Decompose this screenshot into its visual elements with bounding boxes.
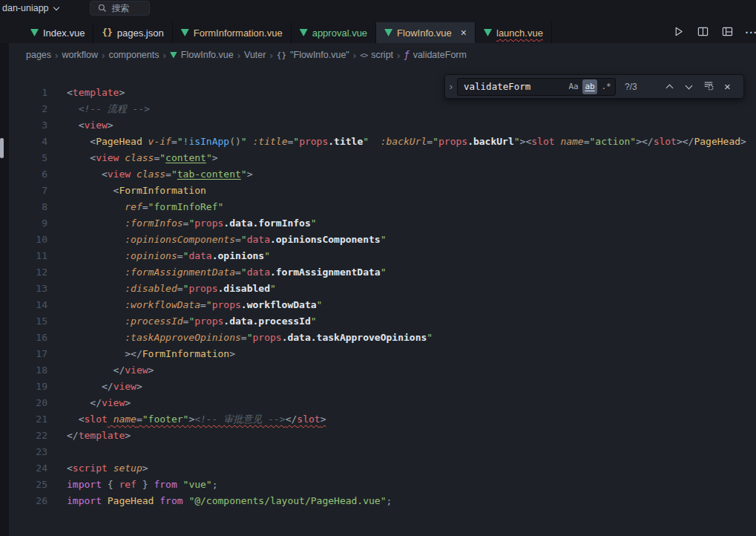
line-number[interactable]: 22 xyxy=(9,428,47,444)
code-line[interactable]: 23 xyxy=(9,444,756,460)
code-token: " xyxy=(206,299,212,310)
code-token: props xyxy=(299,136,328,147)
next-match-button[interactable] xyxy=(680,78,697,95)
breadcrumb-item-pages[interactable]: pages xyxy=(26,50,51,60)
line-number[interactable]: 15 xyxy=(9,313,47,330)
toggle-replace-button[interactable]: › xyxy=(445,75,457,98)
line-number[interactable]: 5 xyxy=(9,150,47,166)
line-number[interactable]: 9 xyxy=(9,215,47,232)
line-number[interactable]: 13 xyxy=(9,281,47,297)
code-line[interactable]: 10 :opinionsComponents="data.opinionsCom… xyxy=(9,232,756,248)
code-line[interactable]: 20 </view> xyxy=(9,395,756,411)
line-number[interactable]: 18 xyxy=(9,362,47,379)
tab-forminformation-vue[interactable]: FormInformation.vue xyxy=(173,22,292,43)
line-number[interactable]: 11 xyxy=(9,248,47,264)
code-line[interactable]: 25import { ref } from "vue"; xyxy=(9,477,756,493)
line-number[interactable]: 12 xyxy=(9,264,47,281)
code-token: " xyxy=(171,169,177,180)
editor-layout-button[interactable] xyxy=(718,24,736,42)
whole-word-button[interactable]: ab xyxy=(582,79,597,94)
code-line[interactable]: 18 </view> xyxy=(9,362,756,379)
line-number[interactable]: 2 xyxy=(9,101,47,117)
activity-strip-handle[interactable] xyxy=(0,138,4,158)
find-in-selection-button[interactable] xyxy=(700,78,717,95)
breadcrumb-item-vuter[interactable]: Vuter xyxy=(244,50,266,60)
line-number[interactable]: 14 xyxy=(9,297,47,313)
regex-button[interactable]: .* xyxy=(599,79,614,94)
code-line[interactable]: 14 :workflowData="props.workflowData" xyxy=(9,297,756,313)
global-search-button[interactable]: 搜索 xyxy=(90,1,150,16)
line-number[interactable]: 24 xyxy=(9,460,47,477)
tab-launch-vue[interactable]: launch.vue xyxy=(476,22,552,43)
breadcrumb-item-validateform[interactable]: ƒvalidateForm xyxy=(404,50,466,60)
code-token: " xyxy=(514,136,520,147)
code-line[interactable]: 3 <view> xyxy=(9,117,756,134)
code-token: import xyxy=(67,479,102,490)
line-number[interactable]: 4 xyxy=(9,134,47,150)
code-line[interactable]: 6 <view class="tab-content"> xyxy=(9,166,756,183)
code-line[interactable]: 12 :formAssignmentData="data.formAssignm… xyxy=(9,264,756,281)
tab-bar-tabs: Index.vue{}pages.jsonFormInformation.vue… xyxy=(22,22,552,43)
app-menu-project[interactable]: dan-uniapp xyxy=(0,0,65,16)
code-line[interactable]: 22</template> xyxy=(9,428,756,444)
close-find-button[interactable]: × xyxy=(719,78,736,95)
breadcrumb-item-workflow[interactable]: workflow xyxy=(62,50,98,60)
close-icon[interactable]: × xyxy=(461,27,467,38)
editor-toolbar: ··· xyxy=(669,22,756,43)
breadcrumb-item-components[interactable]: components xyxy=(108,50,159,60)
line-number[interactable]: 26 xyxy=(9,493,47,509)
line-number[interactable]: 16 xyxy=(9,330,47,346)
line-number[interactable]: 3 xyxy=(9,117,47,134)
previous-match-button[interactable] xyxy=(661,78,678,95)
code-token: > xyxy=(740,136,746,147)
breadcrumb-separator: › xyxy=(237,50,240,61)
tab-index-vue[interactable]: Index.vue xyxy=(22,22,93,43)
breadcrumb-item-flowinfo-vue[interactable]: {}"FlowInfo.vue" xyxy=(277,50,349,60)
code-line[interactable]: 21 <slot name="footer"><!-- 审批意见 --></sl… xyxy=(9,411,756,428)
line-number[interactable]: 17 xyxy=(9,346,47,362)
code-line[interactable]: 17 ></FormInformation> xyxy=(9,346,756,362)
breadcrumb-item-flowinfo-vue[interactable]: FlowInfo.vue xyxy=(170,50,234,60)
code-line[interactable]: 4 <PageHead v-if="!isInApp()" :title="pr… xyxy=(9,134,756,150)
code-line[interactable]: 19 </view> xyxy=(9,379,756,395)
find-input[interactable] xyxy=(464,81,566,92)
breadcrumb-item-script[interactable]: <>script xyxy=(360,50,393,60)
code-line[interactable]: 15 :processId="props.data.processId" xyxy=(9,313,756,330)
tab-flowinfo-vue[interactable]: FlowInfo.vue× xyxy=(376,22,476,43)
line-number[interactable]: 21 xyxy=(9,411,47,428)
line-number[interactable]: 7 xyxy=(9,183,47,199)
code-line[interactable]: 26import PageHead from "@/components/lay… xyxy=(9,493,756,509)
vue-icon xyxy=(300,29,308,36)
code-line[interactable]: 8 ref="formInfoRef" xyxy=(9,199,756,215)
line-number[interactable]: 1 xyxy=(9,85,47,101)
code-line[interactable]: 2 <!-- 流程 --> xyxy=(9,101,756,117)
tab-approval-vue[interactable]: approval.vue xyxy=(292,22,376,43)
match-case-button[interactable]: Aa xyxy=(566,79,581,94)
code-token: name xyxy=(114,414,137,425)
tab-pages-json[interactable]: {}pages.json xyxy=(93,22,172,43)
code-line[interactable]: 13 :disabled="props.disabled" xyxy=(9,281,756,297)
code-token: = xyxy=(177,283,183,294)
code-line[interactable]: 24<script setup> xyxy=(9,460,756,477)
code-token: slot xyxy=(297,414,320,425)
code-line[interactable]: 9 :formInfos="props.data.formInfos" xyxy=(9,215,756,232)
line-number[interactable]: 8 xyxy=(9,199,47,215)
line-number[interactable]: 20 xyxy=(9,395,47,411)
line-number[interactable]: 6 xyxy=(9,166,47,183)
more-actions-button[interactable]: ··· xyxy=(743,24,756,42)
code-token: " xyxy=(311,218,317,229)
code-line[interactable]: 7 <FormInformation xyxy=(9,183,756,199)
split-editor-button[interactable] xyxy=(694,24,711,42)
line-number[interactable]: 23 xyxy=(9,444,47,460)
line-number[interactable]: 10 xyxy=(9,232,47,248)
code-line[interactable]: 11 :opinions="data.opinions" xyxy=(9,248,756,264)
code-line[interactable]: 16 :taskApproveOpinions="props.data.task… xyxy=(9,330,756,346)
code-line[interactable]: 5 <view class="content"> xyxy=(9,150,756,166)
code-token: class xyxy=(125,152,154,163)
code-text: :opinions="data.opinions" xyxy=(47,248,270,264)
code-token xyxy=(67,218,125,229)
line-number[interactable]: 19 xyxy=(9,379,47,395)
run-button[interactable] xyxy=(669,24,687,42)
code-token: "action" xyxy=(590,136,637,147)
line-number[interactable]: 25 xyxy=(9,477,47,493)
